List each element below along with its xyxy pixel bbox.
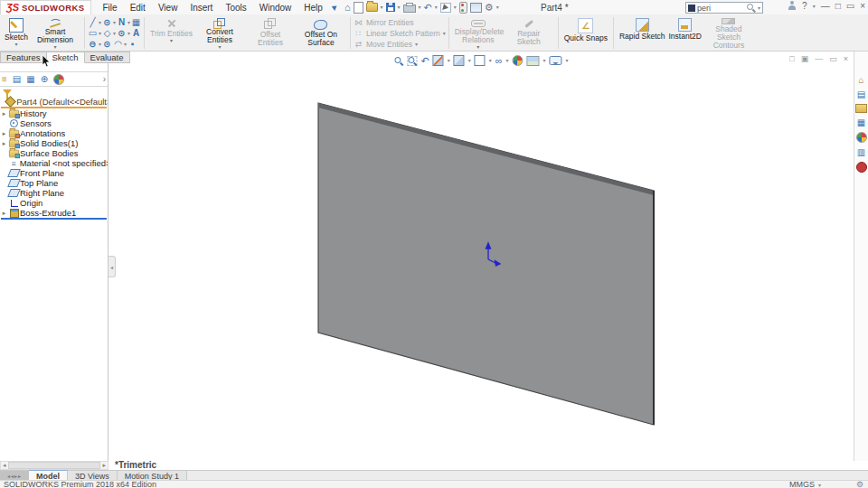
menu-edit[interactable]: Edit (124, 3, 152, 13)
view-palette-icon[interactable]: ▦ (857, 117, 865, 127)
expand-icon[interactable]: ▸ (0, 130, 8, 137)
rectangle-tool-icon[interactable]: ▭ (88, 28, 98, 38)
login-person-icon[interactable] (788, 1, 797, 11)
new-document-icon[interactable] (354, 2, 363, 14)
featuremanager-tree-icon[interactable]: ≡ (2, 74, 7, 84)
text-tool-icon[interactable]: A (131, 28, 141, 38)
fillet-tool-icon[interactable]: ◠ (113, 39, 123, 49)
scroll-right-arrow[interactable]: ▸ (102, 462, 106, 469)
search-box[interactable]: peri ▾ (685, 2, 763, 14)
tree-item-sensors[interactable]: Sensors (0, 118, 108, 128)
home-icon[interactable]: ⌂ (344, 3, 351, 13)
propertymanager-icon[interactable]: ▤ (13, 74, 21, 84)
doc-close-button[interactable]: × (844, 54, 848, 63)
pattern-tool-icon[interactable]: ▦ (131, 17, 141, 27)
maximize-button[interactable]: □ (835, 1, 841, 11)
smart-dimension-button[interactable]: Smart Dimension ▾ (30, 16, 80, 50)
save-dropdown-icon[interactable]: ▾ (398, 5, 401, 10)
tab-sketch[interactable]: Sketch (47, 52, 85, 63)
help-icon[interactable]: ? (802, 1, 807, 11)
open-dropdown-icon[interactable]: ▾ (381, 5, 383, 10)
rapid-sketch-button[interactable]: Rapid Sketch (618, 16, 667, 50)
select-dropdown-icon[interactable]: ▾ (454, 5, 457, 10)
undo-icon[interactable]: ↶ (424, 3, 432, 13)
tree-item-annotations[interactable]: ▸ Annotations (0, 128, 108, 138)
menu-tools[interactable]: Tools (219, 3, 252, 13)
units-dropdown-icon[interactable]: ▾ (818, 483, 821, 488)
polygon-tool-icon[interactable]: ◇ (102, 28, 112, 38)
display-style-dropdown-icon[interactable]: ▾ (489, 58, 492, 63)
pin-menu-icon[interactable] (332, 4, 339, 11)
panel-tabs-overflow-icon[interactable]: › (103, 74, 106, 84)
view-settings-icon[interactable] (550, 56, 562, 65)
unit-system-selector[interactable]: MMGS ▾ (789, 481, 821, 488)
doc-restore-button[interactable]: ▭ (829, 54, 837, 63)
hide-show-items-icon[interactable]: ∞ (495, 56, 503, 66)
help-dropdown-icon[interactable]: ▾ (813, 4, 816, 9)
restore-button[interactable]: ▭ (846, 1, 854, 11)
tree-item-right-plane[interactable]: Right Plane (0, 188, 108, 198)
display-style-icon[interactable] (475, 55, 486, 66)
select-tool-button[interactable] (440, 3, 451, 13)
apply-scene-icon[interactable] (527, 56, 540, 66)
scroll-track[interactable] (8, 462, 101, 469)
view-orientation-dropdown-icon[interactable]: ▾ (468, 58, 471, 63)
menu-help[interactable]: Help (297, 3, 329, 13)
view-orientation-icon[interactable] (454, 55, 465, 66)
menu-file[interactable]: File (97, 3, 124, 13)
status-options-icon[interactable]: ⚙ (856, 481, 863, 488)
tree-root-item[interactable]: Part4 (Default<<Default>_Display State 1 (0, 97, 108, 107)
rollback-bar[interactable] (1, 218, 107, 220)
minimize-button[interactable]: — (821, 1, 830, 11)
displaymanager-icon[interactable] (53, 74, 64, 85)
scene-dropdown-icon[interactable]: ▾ (543, 58, 546, 63)
quick-snaps-button[interactable]: ∠ Quick Snaps (562, 16, 609, 50)
tree-item-boss-extrude[interactable]: ▸ Boss-Extrude1 (0, 208, 108, 218)
tree-item-origin[interactable]: Origin (0, 198, 108, 208)
search-magnifier-icon[interactable] (746, 3, 756, 13)
menu-view[interactable]: View (152, 3, 184, 13)
previous-view-icon[interactable]: ↶ (420, 56, 429, 66)
close-button[interactable]: × (860, 1, 865, 11)
solidworks-forum-icon[interactable] (856, 162, 867, 173)
open-folder-icon[interactable] (366, 3, 378, 12)
view-settings-dropdown-icon[interactable]: ▾ (566, 58, 569, 63)
solidworks-resources-icon[interactable]: ⌂ (858, 75, 863, 85)
edit-appearance-icon[interactable] (513, 55, 524, 66)
dimxpertmanager-icon[interactable]: ⊕ (41, 74, 48, 84)
save-icon[interactable] (386, 3, 395, 12)
options-dropdown-icon[interactable]: ▾ (496, 5, 499, 10)
offset-on-surface-button[interactable]: Offset On Surface (296, 16, 346, 50)
circle-tool-icon[interactable]: ⊙ (102, 17, 112, 27)
tree-item-history[interactable]: ▸ History (0, 108, 108, 118)
section-view-icon[interactable] (433, 55, 444, 66)
design-library-icon[interactable]: ▤ (857, 89, 865, 99)
line-tool-icon[interactable]: ╱ (88, 17, 98, 27)
zoom-to-fit-icon[interactable] (393, 56, 403, 66)
scroll-left-arrow[interactable]: ◂ (3, 462, 6, 469)
hide-show-dropdown-icon[interactable]: ▾ (506, 58, 509, 63)
tree-item-surface-bodies[interactable]: Surface Bodies (0, 148, 108, 158)
file-explorer-icon[interactable] (855, 104, 867, 113)
spline-tool-icon[interactable]: N (117, 17, 127, 27)
solidworks-logo[interactable]: ƷS SOLIDWORKS (0, 0, 91, 15)
menu-window[interactable]: Window (253, 3, 298, 13)
filter-funnel-icon[interactable] (3, 89, 12, 95)
convert-entities-button[interactable]: Convert Entities ▾ (194, 16, 245, 50)
tab-features[interactable]: Features (0, 52, 47, 63)
tab-evaluate[interactable]: Evaluate (85, 52, 130, 63)
undo-dropdown-icon[interactable]: ▾ (435, 5, 438, 10)
doc-pane-icon[interactable]: □ (789, 54, 794, 63)
point-icon[interactable]: ▪ (127, 39, 137, 49)
section-dropdown-icon[interactable]: ▾ (448, 58, 450, 63)
options-gear-icon[interactable]: ⚙ (485, 3, 494, 13)
tree-item-top-plane[interactable]: Top Plane (0, 178, 108, 188)
tree-item-front-plane[interactable]: Front Plane (0, 168, 108, 178)
tree-item-material[interactable]: ≡ Material <not specified> (0, 158, 108, 168)
expand-icon[interactable]: ▸ (0, 110, 8, 117)
print-icon[interactable] (403, 5, 416, 13)
menu-insert[interactable]: Insert (184, 3, 219, 13)
doc-pane2-icon[interactable]: ▣ (801, 54, 809, 63)
arc-center-tool-icon[interactable]: ⊙ (102, 39, 112, 49)
doc-minimize-button[interactable]: — (815, 54, 823, 63)
